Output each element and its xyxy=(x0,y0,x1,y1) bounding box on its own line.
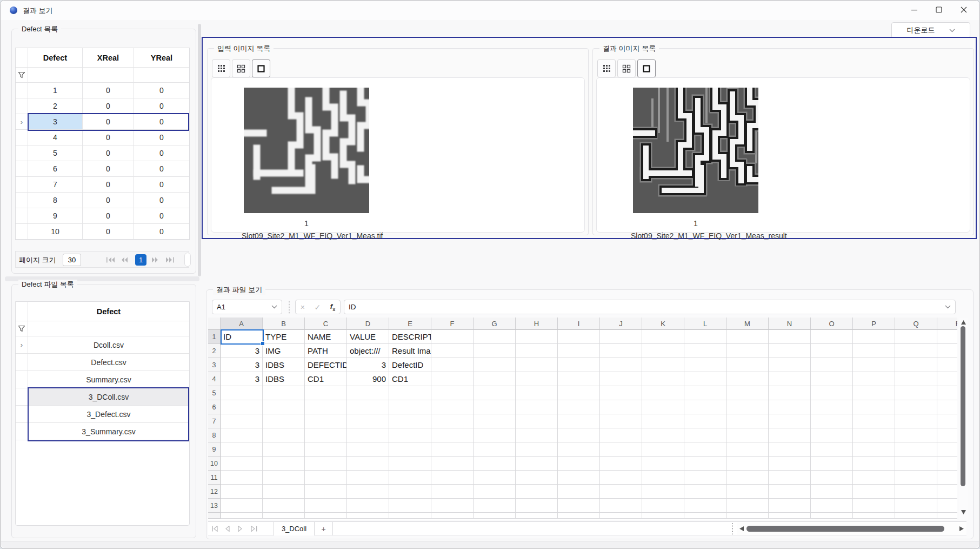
grid-cell[interactable] xyxy=(389,428,431,442)
grid-cell[interactable] xyxy=(642,386,684,400)
grid-cell[interactable] xyxy=(642,499,684,513)
filter-cell[interactable] xyxy=(28,68,83,82)
filter-cell[interactable] xyxy=(83,68,134,82)
column-header[interactable]: D xyxy=(347,318,389,330)
filter-icon-cell[interactable] xyxy=(16,68,28,82)
grid-cell[interactable] xyxy=(769,485,811,499)
grid-cell[interactable] xyxy=(684,457,726,471)
grid-cell[interactable] xyxy=(305,442,347,457)
grid-cell[interactable] xyxy=(600,358,642,372)
file-name-cell[interactable]: Summary.csv xyxy=(28,371,189,388)
prev-page-button[interactable] xyxy=(121,257,129,263)
xreal-cell[interactable]: 0 xyxy=(83,145,134,161)
grid-cell[interactable] xyxy=(726,457,769,471)
column-header[interactable]: P xyxy=(853,318,895,330)
grid-cell[interactable] xyxy=(853,428,895,442)
download-button[interactable]: 다운로드 xyxy=(891,22,970,38)
defect-row[interactable]: 200 xyxy=(16,98,189,114)
grid-cell[interactable] xyxy=(305,457,347,471)
defect-cell[interactable]: 10 xyxy=(28,224,83,239)
grid-cell[interactable] xyxy=(769,386,811,400)
column-header[interactable]: G xyxy=(474,318,516,330)
grid-cell[interactable] xyxy=(811,442,853,457)
grid-cell[interactable] xyxy=(726,428,769,442)
row-header[interactable]: 2 xyxy=(208,344,221,358)
yreal-cell[interactable]: 0 xyxy=(134,98,189,114)
grid-cell[interactable] xyxy=(937,471,957,485)
grid-cell[interactable] xyxy=(347,499,389,513)
grid-cell[interactable] xyxy=(769,428,811,442)
grid-cell[interactable] xyxy=(853,386,895,400)
grid-cell[interactable] xyxy=(769,457,811,471)
defect-row[interactable]: 500 xyxy=(16,145,189,161)
grid-cell[interactable] xyxy=(600,386,642,400)
grid-cell[interactable]: ID xyxy=(221,330,263,344)
grid-cell[interactable] xyxy=(937,457,957,471)
grid-cell[interactable] xyxy=(811,457,853,471)
column-header[interactable]: I xyxy=(558,318,600,330)
grid-cell[interactable] xyxy=(895,358,937,372)
grid-cell[interactable] xyxy=(347,471,389,485)
horizontal-scrollbar[interactable] xyxy=(737,522,966,535)
grid-cell[interactable] xyxy=(895,513,937,519)
grid-cell[interactable] xyxy=(853,513,895,519)
column-header-defect[interactable]: Defect xyxy=(28,48,83,67)
defect-cell[interactable]: 7 xyxy=(28,177,83,192)
grid-cell[interactable]: IMG xyxy=(263,344,305,358)
grid-cell[interactable] xyxy=(811,499,853,513)
grid-cell[interactable] xyxy=(221,499,263,513)
grid-cell[interactable] xyxy=(726,330,769,344)
row-header[interactable]: 7 xyxy=(208,414,221,428)
grid-cell[interactable]: 900 xyxy=(347,372,389,386)
grid-cell[interactable] xyxy=(347,442,389,457)
current-page-button[interactable]: 1 xyxy=(135,254,146,266)
grid-cell[interactable] xyxy=(769,358,811,372)
grid-cell[interactable] xyxy=(895,330,937,344)
grid-cell[interactable] xyxy=(684,442,726,457)
grid-cell[interactable] xyxy=(431,471,474,485)
grid-cell[interactable] xyxy=(474,485,516,499)
grid-cell[interactable] xyxy=(347,513,389,519)
xreal-cell[interactable]: 0 xyxy=(83,208,134,223)
grid-cell[interactable]: DefectID xyxy=(389,358,431,372)
grid-cell[interactable] xyxy=(516,372,558,386)
row-header[interactable]: 11 xyxy=(208,471,221,485)
grid-cell[interactable] xyxy=(305,471,347,485)
file-row[interactable]: 3_Summary.csv xyxy=(16,423,189,440)
grid-cell[interactable] xyxy=(726,386,769,400)
horizontal-scroll-thumb[interactable] xyxy=(746,526,944,532)
row-header[interactable]: 4 xyxy=(208,372,221,386)
grid-cell[interactable] xyxy=(558,442,600,457)
row-header[interactable]: 8 xyxy=(208,428,221,442)
grid-cell[interactable] xyxy=(305,400,347,414)
grid-cell[interactable] xyxy=(431,485,474,499)
grid-cell[interactable] xyxy=(516,442,558,457)
grid-cell[interactable] xyxy=(263,457,305,471)
grid-cell[interactable] xyxy=(516,386,558,400)
file-row[interactable]: Defect.csv xyxy=(16,354,189,371)
single-view-button[interactable] xyxy=(252,59,270,77)
grid-cell[interactable] xyxy=(937,513,957,519)
grid-cell[interactable] xyxy=(558,513,600,519)
file-row[interactable]: 3_DColl.csv xyxy=(16,388,189,406)
grid-cell[interactable] xyxy=(642,372,684,386)
grid-cell[interactable] xyxy=(895,428,937,442)
grid-cell[interactable] xyxy=(431,414,474,428)
grid-cell[interactable] xyxy=(642,485,684,499)
grid-cell[interactable] xyxy=(305,499,347,513)
column-header[interactable]: A xyxy=(221,318,263,330)
grid-cell[interactable] xyxy=(347,428,389,442)
grid-cell[interactable]: DESCRIPTION xyxy=(389,330,431,344)
column-header[interactable]: Q xyxy=(895,318,937,330)
grid-cell[interactable] xyxy=(726,372,769,386)
grid-cell[interactable] xyxy=(937,330,957,344)
grid-cell[interactable] xyxy=(221,386,263,400)
close-button[interactable] xyxy=(951,1,976,19)
column-header[interactable]: M xyxy=(726,318,769,330)
grid-cell[interactable] xyxy=(347,457,389,471)
grid-cell[interactable] xyxy=(474,513,516,519)
yreal-cell[interactable]: 0 xyxy=(134,193,189,208)
column-header[interactable]: N xyxy=(769,318,811,330)
grid-cell[interactable] xyxy=(305,386,347,400)
grid-cell[interactable] xyxy=(347,386,389,400)
